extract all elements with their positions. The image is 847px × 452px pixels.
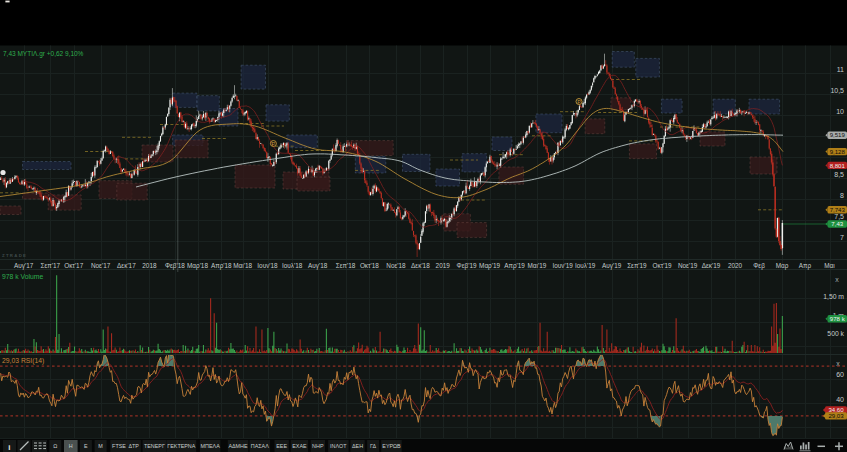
svg-text:Σεπ'17: Σεπ'17 xyxy=(41,262,61,269)
svg-text:P: P xyxy=(577,99,581,105)
svg-text:Αυγ'18: Αυγ'18 xyxy=(308,262,328,270)
svg-text:Μ: Μ xyxy=(98,443,103,449)
svg-text:ΝΗΡ: ΝΗΡ xyxy=(312,443,324,449)
svg-text:ΓΕΚΤΕΡΝΑ: ΓΕΚΤΕΡΝΑ xyxy=(167,443,196,449)
svg-text:Οκτ'18: Οκτ'18 xyxy=(360,262,379,269)
svg-text:x: x xyxy=(835,276,839,283)
svg-text:ΕΥΡΩΒ: ΕΥΡΩΒ xyxy=(382,443,401,449)
svg-text:Φεβ'19: Φεβ'19 xyxy=(457,262,477,270)
svg-text:ΤΕΝΕΡΓ: ΤΕΝΕΡΓ xyxy=(144,443,165,449)
svg-text:Δεκ'18: Δεκ'18 xyxy=(411,262,430,269)
svg-text:2019: 2019 xyxy=(436,262,451,269)
svg-text:2020: 2020 xyxy=(728,262,743,269)
svg-text:Ιουλ'18: Ιουλ'18 xyxy=(282,262,303,269)
svg-text:978 k: 978 k xyxy=(830,315,846,322)
svg-text:ΑΔΜΗΕ: ΑΔΜΗΕ xyxy=(228,443,248,449)
svg-text:ΓΔ: ΓΔ xyxy=(370,443,376,449)
svg-text:ΠΑΣΑΛ: ΠΑΣΑΛ xyxy=(251,443,269,449)
svg-text:Απρ'19: Απρ'19 xyxy=(504,262,525,270)
svg-text:Φεβ: Φεβ xyxy=(753,262,765,270)
svg-text:8: 8 xyxy=(840,192,844,199)
svg-text:Μαρ'18: Μαρ'18 xyxy=(187,262,208,270)
svg-text:Σεπ'18: Σεπ'18 xyxy=(336,262,356,269)
svg-text:Μαρ: Μαρ xyxy=(776,262,789,270)
svg-text:978 k Volume: 978 k Volume xyxy=(2,273,43,280)
svg-text:x: x xyxy=(836,360,840,367)
svg-text:i: i xyxy=(8,443,10,452)
svg-text:7,5: 7,5 xyxy=(834,213,844,220)
svg-text:7,43: 7,43 xyxy=(831,220,843,227)
svg-text:Ω: Ω xyxy=(53,443,57,449)
svg-text:Οκτ'17: Οκτ'17 xyxy=(64,262,83,269)
svg-text:Ιουλ'19: Ιουλ'19 xyxy=(575,262,596,269)
svg-text:ΕΧΑΕ: ΕΧΑΕ xyxy=(292,443,307,449)
svg-text:FTSE: FTSE xyxy=(112,443,126,449)
svg-text:Νοε'19: Νοε'19 xyxy=(678,262,698,269)
svg-text:Μαρ'19: Μαρ'19 xyxy=(479,262,500,270)
svg-text:P: P xyxy=(272,141,276,147)
svg-text:9,519: 9,519 xyxy=(830,131,846,138)
svg-text:60: 60 xyxy=(836,371,844,378)
svg-text:Μαι'19: Μαι'19 xyxy=(528,262,547,269)
svg-text:8,801: 8,801 xyxy=(830,162,846,169)
svg-text:Δεκ'19: Δεκ'19 xyxy=(702,262,721,269)
svg-text:Μαι'18: Μαι'18 xyxy=(233,262,252,269)
svg-text:2018: 2018 xyxy=(142,262,157,269)
svg-text:Απρ: Απρ xyxy=(799,262,812,270)
svg-text:7,43 MYTIΛ.gr +0,62 9,10%: 7,43 MYTIΛ.gr +0,62 9,10% xyxy=(3,50,84,58)
svg-text:Ιουν'19: Ιουν'19 xyxy=(553,262,574,269)
svg-text:7,743: 7,743 xyxy=(830,206,846,213)
svg-text:11: 11 xyxy=(837,66,844,73)
svg-text:ΕΕΕ: ΕΕΕ xyxy=(276,443,287,449)
svg-text:Απρ'18: Απρ'18 xyxy=(211,262,232,270)
svg-text:Μαι: Μαι xyxy=(824,262,835,269)
svg-text:500 k: 500 k xyxy=(827,330,844,337)
svg-text:29,03: 29,03 xyxy=(828,412,844,419)
svg-text:Ε: Ε xyxy=(84,443,88,449)
svg-text:1,50 m: 1,50 m xyxy=(823,293,844,300)
svg-text:Αυγ'19: Αυγ'19 xyxy=(602,262,622,270)
svg-text:Αυγ'17: Αυγ'17 xyxy=(14,262,34,270)
svg-text:ZTRADE: ZTRADE xyxy=(2,253,27,258)
svg-text:10: 10 xyxy=(836,108,844,115)
svg-text:ΔΕΗ: ΔΕΗ xyxy=(352,443,363,449)
svg-text:Οκτ'19: Οκτ'19 xyxy=(652,262,671,269)
svg-text:40: 40 xyxy=(836,396,844,403)
svg-text:7: 7 xyxy=(840,234,844,241)
svg-text:ΙΝΛΟΤ: ΙΝΛΟΤ xyxy=(330,443,347,449)
svg-text:9,128: 9,128 xyxy=(830,148,846,155)
svg-text:Νοε'17: Νοε'17 xyxy=(91,262,111,269)
svg-text:Φεβ'18: Φεβ'18 xyxy=(165,262,185,270)
svg-text:29,03 RSI(14): 29,03 RSI(14) xyxy=(2,357,44,365)
svg-text:ΜΠΕΛΑ: ΜΠΕΛΑ xyxy=(201,443,221,449)
svg-text:ΔΤΡ: ΔΤΡ xyxy=(129,443,140,449)
svg-text:8,5: 8,5 xyxy=(834,171,844,178)
svg-text:Δεκ'17: Δεκ'17 xyxy=(117,262,136,269)
svg-text:Η: Η xyxy=(69,443,73,449)
svg-text:Νοε'18: Νοε'18 xyxy=(386,262,406,269)
svg-text:10,5: 10,5 xyxy=(830,87,844,94)
svg-text:Σεπ'19: Σεπ'19 xyxy=(627,262,647,269)
svg-text:Ιουν'18: Ιουν'18 xyxy=(257,262,278,269)
